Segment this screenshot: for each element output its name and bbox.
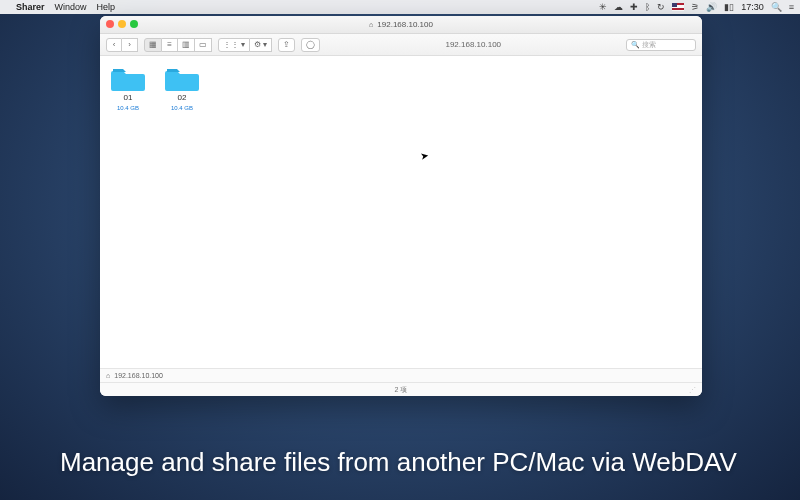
close-button[interactable] [106,20,114,28]
finder-toolbar: ‹ › ▦ ≡ ▥ ▭ ⋮⋮ ▾ ⚙ ▾ ⇪ ◯ 192.168.10.100 … [100,34,702,56]
promo-caption: Manage and share files from another PC/M… [60,442,760,482]
volume-icon[interactable]: 🔊 [706,2,717,12]
view-columns-button[interactable]: ▥ [178,38,195,52]
menubar: Sharer Window Help ✳ ☁ ✚ ᛒ ↻ ⚞ 🔊 ▮▯ 17:3… [0,0,800,14]
forward-button[interactable]: › [122,38,138,52]
server-icon: ⌂ [106,372,110,379]
search-input[interactable]: 🔍 搜索 [626,39,696,51]
finder-pathbar[interactable]: ⌂ 192.168.10.100 [100,368,702,382]
cursor-icon: ➤ [419,149,429,161]
view-gallery-button[interactable]: ▭ [195,38,212,52]
menu-help[interactable]: Help [97,2,116,12]
time-machine-icon[interactable]: ↻ [657,2,665,12]
folder-icon [111,66,145,92]
share-button[interactable]: ⇪ [278,38,295,52]
tags-button[interactable]: ◯ [301,38,320,52]
folder-size: 10.4 GB [171,105,193,111]
folder-icon [165,66,199,92]
minimize-button[interactable] [118,20,126,28]
finder-statusbar: 2 项 ⋰ [100,382,702,396]
menu-window[interactable]: Window [55,2,87,12]
wechat-icon[interactable]: ✳ [599,2,607,12]
server-icon: ⌂ [369,21,373,28]
input-flag-icon[interactable] [672,3,684,11]
battery-icon[interactable]: ▮▯ [724,2,734,12]
folder-item[interactable]: 02 10.4 GB [162,66,202,111]
finder-content[interactable]: 01 10.4 GB 02 10.4 GB ➤ [100,56,702,368]
traffic-lights [106,20,138,28]
desktop-background: Sharer Window Help ✳ ☁ ✚ ᛒ ↻ ⚞ 🔊 ▮▯ 17:3… [0,0,800,500]
action-button[interactable]: ⚙ ▾ [250,38,272,52]
folder-name: 01 [124,94,133,103]
bluetooth-icon[interactable]: ᛒ [645,2,650,12]
window-titlebar[interactable]: ⌂ 192.168.10.100 [100,16,702,34]
folder-item[interactable]: 01 10.4 GB [108,66,148,111]
toolbar-path: 192.168.10.100 [445,40,501,49]
wifi-icon[interactable]: ⚞ [691,2,699,12]
folder-name: 02 [178,94,187,103]
cloud-icon[interactable]: ☁ [614,2,623,12]
plus-icon[interactable]: ✚ [630,2,638,12]
notification-center-icon[interactable]: ≡ [789,2,794,12]
zoom-button[interactable] [130,20,138,28]
pathbar-text: 192.168.10.100 [114,372,163,379]
search-placeholder: 搜索 [642,40,656,50]
window-title: 192.168.10.100 [377,20,433,29]
folder-size: 10.4 GB [117,105,139,111]
status-item-count: 2 项 [395,385,408,395]
menu-app-name[interactable]: Sharer [16,2,45,12]
view-icons-button[interactable]: ▦ [144,38,162,52]
resize-handle-icon[interactable]: ⋰ [689,386,696,394]
finder-window: ⌂ 192.168.10.100 ‹ › ▦ ≡ ▥ ▭ ⋮⋮ ▾ ⚙ ▾ ⇪ … [100,16,702,396]
back-button[interactable]: ‹ [106,38,122,52]
search-icon: 🔍 [631,41,640,49]
menubar-clock[interactable]: 17:30 [741,2,764,12]
view-list-button[interactable]: ≡ [162,38,178,52]
spotlight-icon[interactable]: 🔍 [771,2,782,12]
arrange-button[interactable]: ⋮⋮ ▾ [218,38,250,52]
